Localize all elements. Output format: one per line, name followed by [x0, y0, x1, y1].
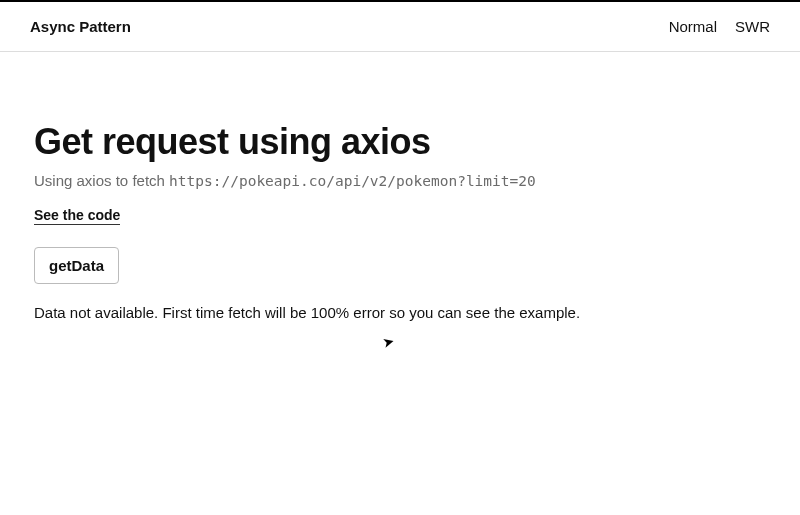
subtitle-url: https://pokeapi.co/api/v2/pokemon?limit=… — [169, 173, 536, 189]
page-title: Get request using axios — [34, 122, 766, 162]
getdata-button[interactable]: getData — [34, 247, 119, 284]
nav: Normal SWR — [669, 18, 770, 35]
button-row: getData — [34, 247, 766, 284]
nav-link-swr[interactable]: SWR — [735, 18, 770, 35]
subtitle: Using axios to fetch https://pokeapi.co/… — [34, 172, 766, 189]
status-message: Data not available. First time fetch wil… — [34, 304, 766, 321]
cursor-icon: ➤ — [381, 333, 397, 352]
header: Async Pattern Normal SWR — [0, 2, 800, 52]
nav-link-normal[interactable]: Normal — [669, 18, 717, 35]
subtitle-prefix: Using axios to fetch — [34, 172, 169, 189]
main-content: Get request using axios Using axios to f… — [0, 52, 800, 321]
see-the-code-link[interactable]: See the code — [34, 207, 120, 225]
brand-title: Async Pattern — [30, 18, 131, 35]
